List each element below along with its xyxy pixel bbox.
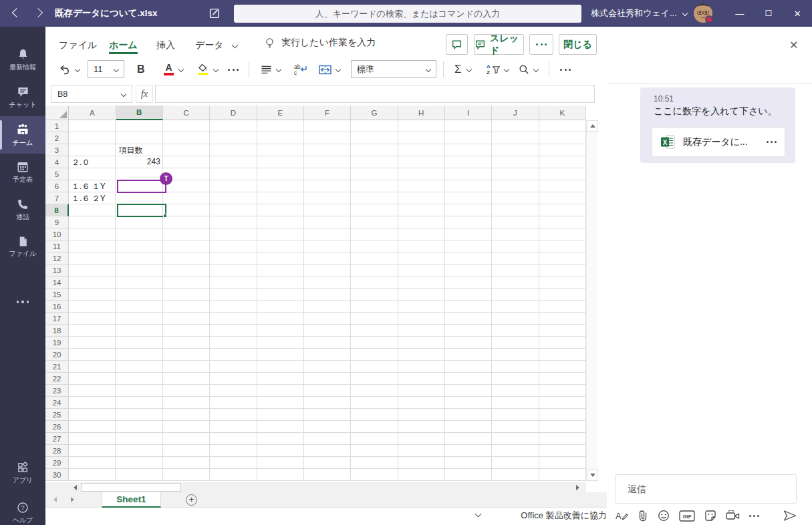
cell-E25[interactable] xyxy=(257,409,304,421)
cell-H18[interactable] xyxy=(398,325,445,337)
cell-A29[interactable] xyxy=(69,457,116,469)
cell-I10[interactable] xyxy=(445,228,492,240)
sidebar-item-teams[interactable]: チーム xyxy=(0,116,45,154)
cell-E8[interactable] xyxy=(257,204,304,216)
cell-H25[interactable] xyxy=(398,409,445,421)
horizontal-scroll-thumb[interactable] xyxy=(81,483,181,492)
row-header-23[interactable]: 23 xyxy=(45,385,69,397)
maximize-button[interactable]: ☐ xyxy=(754,0,783,27)
cell-F3[interactable] xyxy=(304,144,351,156)
cell-I25[interactable] xyxy=(445,409,492,421)
cell-D4[interactable] xyxy=(210,156,257,168)
cell-E4[interactable] xyxy=(257,156,304,168)
row-header-13[interactable]: 13 xyxy=(45,265,69,277)
cell-J9[interactable] xyxy=(492,216,539,228)
cell-F8[interactable] xyxy=(304,204,351,216)
cell-A17[interactable] xyxy=(69,313,116,325)
feedback-link[interactable]: Office 製品改善に協力 xyxy=(428,510,607,522)
cell-F6[interactable] xyxy=(304,180,351,192)
cell-B13[interactable] xyxy=(116,265,162,277)
cell-F28[interactable] xyxy=(304,445,351,457)
cell-K11[interactable] xyxy=(539,240,586,252)
sidebar-item-calendar[interactable]: 予定表 xyxy=(0,154,45,191)
cell-K18[interactable] xyxy=(539,325,586,337)
cell-B9[interactable] xyxy=(116,216,162,228)
row-header-4[interactable]: 4 xyxy=(45,156,69,168)
cell-J15[interactable] xyxy=(492,289,539,301)
row-header-26[interactable]: 26 xyxy=(45,421,69,433)
cell-H27[interactable] xyxy=(398,433,445,445)
cell-G2[interactable] xyxy=(351,132,398,144)
cell-A15[interactable] xyxy=(69,289,116,301)
cell-J12[interactable] xyxy=(492,252,539,265)
cell-F24[interactable] xyxy=(304,397,351,409)
cell-J2[interactable] xyxy=(492,132,539,144)
column-header-C[interactable]: C xyxy=(163,106,210,120)
cell-I18[interactable] xyxy=(445,325,492,337)
cell-I14[interactable] xyxy=(445,277,492,289)
column-header-F[interactable]: F xyxy=(304,106,351,120)
row-header-25[interactable]: 25 xyxy=(45,409,69,421)
cell-B17[interactable] xyxy=(116,313,162,325)
cell-I8[interactable] xyxy=(445,204,492,216)
cell-K28[interactable] xyxy=(539,445,586,457)
cell-D17[interactable] xyxy=(210,313,257,325)
attach-icon[interactable] xyxy=(638,510,648,522)
cell-B4[interactable]: 243 xyxy=(116,156,162,168)
cell-K16[interactable] xyxy=(539,301,586,313)
row-header-21[interactable]: 21 xyxy=(45,361,69,373)
cell-K20[interactable] xyxy=(539,349,586,361)
cell-I5[interactable] xyxy=(445,168,492,180)
cell-C11[interactable] xyxy=(163,240,210,252)
cell-G24[interactable] xyxy=(351,397,398,409)
cell-A22[interactable] xyxy=(69,373,116,385)
cell-G15[interactable] xyxy=(351,289,398,301)
cell-E24[interactable] xyxy=(257,397,304,409)
cell-K9[interactable] xyxy=(539,216,586,228)
cell-E11[interactable] xyxy=(257,240,304,252)
cell-B3[interactable]: 項目数 xyxy=(116,144,162,156)
formula-input[interactable] xyxy=(155,85,595,103)
cell-B5[interactable] xyxy=(116,168,162,180)
cell-D5[interactable] xyxy=(210,168,257,180)
cell-B7[interactable] xyxy=(116,192,162,204)
row-header-8[interactable]: 8 xyxy=(45,204,69,216)
cell-J18[interactable] xyxy=(492,325,539,337)
font-color-button[interactable]: A xyxy=(164,60,183,79)
cell-E2[interactable] xyxy=(257,132,304,144)
cell-K25[interactable] xyxy=(539,409,586,421)
cell-G3[interactable] xyxy=(351,144,398,156)
row-header-28[interactable]: 28 xyxy=(45,445,69,457)
cell-A2[interactable] xyxy=(69,132,116,144)
panel-close-icon[interactable]: ✕ xyxy=(789,39,798,51)
cell-D29[interactable] xyxy=(210,457,257,469)
close-button[interactable]: ✕ xyxy=(783,0,812,27)
cell-I12[interactable] xyxy=(445,252,492,265)
cell-D9[interactable] xyxy=(210,216,257,228)
cell-G25[interactable] xyxy=(351,409,398,421)
row-header-12[interactable]: 12 xyxy=(45,252,69,265)
compose-icon[interactable] xyxy=(209,7,221,19)
forward-icon[interactable] xyxy=(33,8,43,17)
cell-I20[interactable] xyxy=(445,349,492,361)
cell-C1[interactable] xyxy=(163,120,210,132)
cell-A13[interactable] xyxy=(69,265,116,277)
tab-insert[interactable]: 挿入 xyxy=(156,37,175,54)
cell-C30[interactable] xyxy=(163,469,210,481)
cell-E19[interactable] xyxy=(257,337,304,349)
cell-I9[interactable] xyxy=(445,216,492,228)
cell-H22[interactable] xyxy=(398,373,445,385)
cell-B28[interactable] xyxy=(116,445,162,457)
cell-A9[interactable] xyxy=(69,216,116,228)
cell-A4[interactable]: ２.０ xyxy=(69,156,116,168)
cell-J16[interactable] xyxy=(492,301,539,313)
cell-E20[interactable] xyxy=(257,349,304,361)
cell-G7[interactable] xyxy=(351,192,398,204)
cell-J5[interactable] xyxy=(492,168,539,180)
row-header-2[interactable]: 2 xyxy=(45,132,69,144)
cell-K2[interactable] xyxy=(539,132,586,144)
cell-F10[interactable] xyxy=(304,228,351,240)
cell-G27[interactable] xyxy=(351,433,398,445)
cell-E21[interactable] xyxy=(257,361,304,373)
cell-J28[interactable] xyxy=(492,445,539,457)
